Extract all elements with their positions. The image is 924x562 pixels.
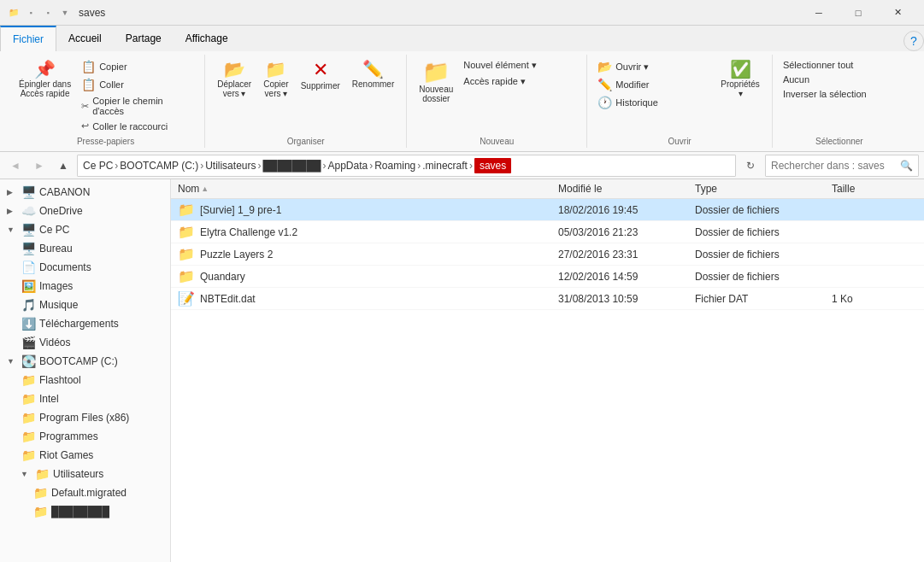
pin-icon: 📌	[34, 61, 56, 78]
sidebar-item-programmes[interactable]: 📁 Programmes	[0, 427, 170, 446]
nouvel-element-button[interactable]: Nouvel élément ▾	[460, 58, 580, 73]
epingler-button[interactable]: 📌 Épingler dansAccès rapide	[14, 58, 76, 101]
address-bar: ◄ ► ▲ Ce PC › BOOTCAMP (C:) › Utilisateu…	[0, 152, 924, 179]
col-header-name[interactable]: Nom ▲	[178, 183, 558, 195]
back-button[interactable]: ◄	[5, 155, 26, 176]
select-col: Sélectionner tout Aucun Inverser la séle…	[780, 58, 899, 101]
edit-icon: ✏️	[597, 78, 612, 91]
image-icon: 🖼️	[21, 279, 36, 293]
organiser-label: Organiser	[287, 135, 325, 148]
copier-chemin-button[interactable]: ✂ Copier le chemin d'accès	[78, 94, 197, 118]
minimize-button[interactable]: ─	[799, 0, 839, 26]
copier-vers-button[interactable]: 📁 Copiervers ▾	[258, 58, 293, 101]
file-row-4[interactable]: 📝 NBTEdit.dat 31/08/2013 10:59 Fichier D…	[171, 288, 924, 310]
main-area: ▶ 🖥️ CABANON ▶ ☁️ OneDrive ▼ 🖥️ Ce PC 🖥️…	[0, 179, 924, 562]
sidebar-item-images[interactable]: 🖼️ Images	[0, 277, 170, 296]
historique-button[interactable]: 🕐 Historique	[594, 94, 714, 111]
col-header-type[interactable]: Type	[695, 183, 832, 195]
download-icon: ⬇️	[21, 317, 36, 331]
path-cepc: Ce PC	[83, 160, 113, 172]
col-header-modified[interactable]: Modifié le	[558, 183, 695, 195]
help-button[interactable]: ?	[903, 31, 924, 51]
group-ouvrir: 📂 Ouvrir ▾ ✏️ Modifier 🕐 Historique ✅ Pr…	[587, 55, 773, 148]
sidebar-item-riotgames[interactable]: 📁 Riot Games	[0, 446, 170, 465]
tab-accueil[interactable]: Accueil	[56, 26, 114, 51]
sidebar-item-defaultmigrated[interactable]: 📁 Default.migrated	[0, 483, 170, 502]
sidebar-item-onedrive[interactable]: ▶ ☁️ OneDrive	[0, 202, 170, 220]
sidebar-item-utilisateurs[interactable]: ▼ 📁 Utilisateurs	[0, 465, 170, 483]
close-button[interactable]: ✕	[878, 0, 917, 26]
history-icon: 🕐	[597, 96, 612, 109]
sidebar-item-programfiles[interactable]: 📁 Program Files (x86)	[0, 408, 170, 427]
sidebar-item-bootcamp[interactable]: ▼ 💽 BOOTCAMP (C:)	[0, 352, 170, 371]
sidebar-item-documents[interactable]: 📄 Documents	[0, 258, 170, 277]
deplacer-button[interactable]: 📂 Déplacervers ▾	[212, 58, 256, 101]
sidebar-item-telechargements[interactable]: ⬇️ Téléchargements	[0, 314, 170, 333]
maximize-button[interactable]: □	[839, 0, 878, 26]
organiser-items: 📂 Déplacervers ▾ 📁 Copiervers ▾ ✕ Suppri…	[212, 55, 399, 133]
refresh-button[interactable]: ↻	[739, 155, 762, 177]
copy-path-icon: ✂	[81, 101, 89, 112]
inverser-button[interactable]: Inverser la sélection	[780, 87, 899, 101]
tab-fichier[interactable]: Fichier	[0, 26, 56, 51]
sidebar-item-videos[interactable]: 🎬 Vidéos	[0, 333, 170, 352]
coller-button[interactable]: 📋 Coller	[78, 76, 197, 93]
riotgames-icon: 📁	[21, 448, 36, 462]
modifier-button[interactable]: ✏️ Modifier	[594, 76, 714, 93]
folder-icon-1: 📁	[178, 224, 195, 240]
sidebar-item-flashtool[interactable]: 📁 Flashtool	[0, 371, 170, 389]
move-icon: 📂	[224, 61, 245, 78]
paste-shortcut-icon: ↩	[81, 120, 89, 132]
nouveau-dossier-button[interactable]: 📁 Nouveaudossier	[414, 58, 458, 106]
title-dropdown[interactable]: ▼	[58, 6, 72, 20]
file-row-0[interactable]: 📁 [Survie] 1_9 pre-1 18/02/2016 19:45 Do…	[171, 199, 924, 221]
renommer-button[interactable]: ✏️ Renommer	[347, 58, 399, 91]
file-row-3[interactable]: 📁 Quandary 12/02/2016 14:59 Dossier de f…	[171, 266, 924, 288]
path-bootcamp: BOOTCAMP (C:)	[120, 160, 198, 172]
file-list: Nom ▲ Modifié le Type Taille 📁 [Survie] …	[171, 179, 924, 562]
group-selectionner: Sélectionner tout Aucun Inverser la séle…	[773, 55, 906, 148]
presse-papiers-items: 📌 Épingler dansAccès rapide 📋 Copier 📋 C…	[14, 55, 197, 133]
cloud-icon: ☁️	[21, 204, 36, 218]
aucun-button[interactable]: Aucun	[780, 73, 899, 86]
selectionner-tout-button[interactable]: Sélectionner tout	[780, 58, 899, 72]
address-path[interactable]: Ce PC › BOOTCAMP (C:) › Utilisateurs › █…	[77, 155, 736, 177]
col-header-size[interactable]: Taille	[832, 183, 917, 195]
open-icon: 📂	[597, 60, 612, 73]
search-input[interactable]	[771, 160, 900, 172]
sidebar-item-bureau[interactable]: 🖥️ Bureau	[0, 239, 170, 258]
acces-rapide-button[interactable]: Accès rapide ▾	[460, 74, 580, 89]
search-box[interactable]: 🔍	[765, 155, 919, 177]
supprimer-button[interactable]: ✕ Supprimer	[296, 58, 345, 93]
window-title: saves	[79, 7, 799, 19]
path-appdata: AppData	[328, 160, 368, 172]
delete-icon: ✕	[313, 61, 328, 79]
sidebar-item-cabanon[interactable]: ▶ 🖥️ CABANON	[0, 183, 170, 202]
folder-icon-2: 📁	[178, 246, 195, 262]
path-user: ████████	[262, 160, 321, 172]
ribbon-content: 📌 Épingler dansAccès rapide 📋 Copier 📋 C…	[0, 51, 924, 152]
rename-icon: ✏️	[362, 61, 384, 78]
ouvrir-items: 📂 Ouvrir ▾ ✏️ Modifier 🕐 Historique ✅ Pr…	[594, 55, 765, 133]
sidebar-item-cepc[interactable]: ▼ 🖥️ Ce PC	[0, 220, 170, 239]
sidebar-item-intel[interactable]: 📁 Intel	[0, 389, 170, 408]
programfiles-icon: 📁	[21, 411, 36, 424]
group-nouveau: 📁 Nouveaudossier Nouvel élément ▾ Accès …	[407, 55, 587, 148]
proprietes-button[interactable]: ✅ Propriétés▾	[715, 58, 765, 101]
path-saves: saves	[474, 158, 511, 173]
video-icon: 🎬	[21, 336, 36, 349]
title-bar-icons: 📁 ▪ ▪ ▼	[7, 6, 72, 20]
ribbon-tabs: Fichier Accueil Partage Affichage ?	[0, 26, 924, 51]
coller-raccourci-button[interactable]: ↩ Coller le raccourci	[78, 119, 197, 133]
sidebar-item-hidden[interactable]: 📁 ████████	[0, 502, 170, 521]
ouvrir-button[interactable]: 📂 Ouvrir ▾	[594, 58, 714, 75]
up-button[interactable]: ▲	[53, 155, 74, 176]
copier-button[interactable]: 📋 Copier	[78, 58, 197, 75]
sidebar-item-musique[interactable]: 🎵 Musique	[0, 296, 170, 314]
file-row-1[interactable]: 📁 Elytra Challenge v1.2 05/03/2016 21:23…	[171, 221, 924, 243]
forward-button[interactable]: ►	[29, 155, 50, 176]
file-row-2[interactable]: 📁 Puzzle Layers 2 27/02/2016 23:31 Dossi…	[171, 243, 924, 266]
pc-icon: 🖥️	[21, 223, 36, 237]
tab-affichage[interactable]: Affichage	[174, 26, 240, 51]
tab-partage[interactable]: Partage	[114, 26, 174, 51]
